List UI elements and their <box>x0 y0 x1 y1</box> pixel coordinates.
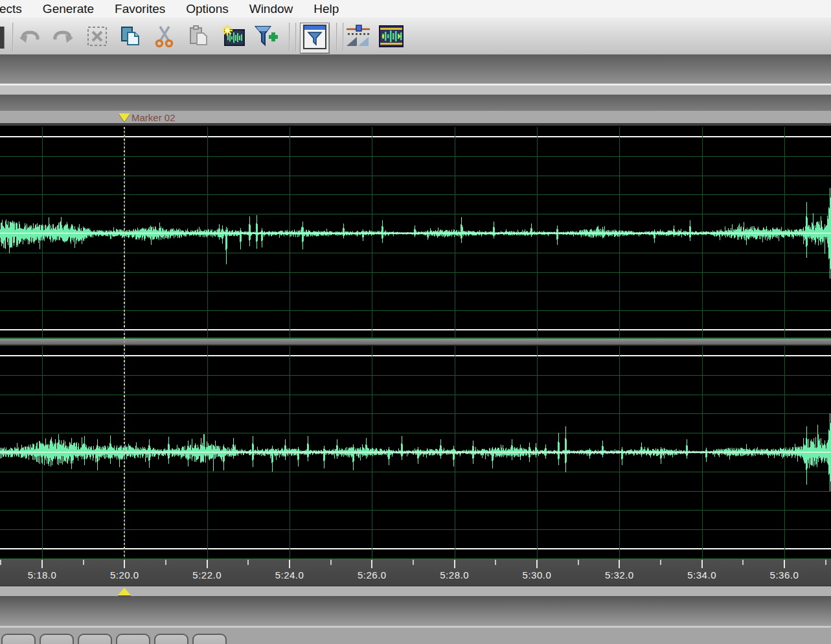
shortcut-button[interactable] <box>78 634 112 644</box>
toolbar <box>0 17 831 56</box>
ruler-minor-tick <box>578 560 579 565</box>
copy-button[interactable] <box>118 25 142 51</box>
marker-line <box>124 127 125 558</box>
ruler-major-tick <box>124 560 125 568</box>
waveform-display[interactable] <box>0 126 831 560</box>
ruler-minor-tick <box>165 560 166 565</box>
ruler-minor-tick <box>660 560 661 565</box>
status-band <box>0 596 831 626</box>
delete-selection-button[interactable] <box>85 25 109 51</box>
ruler-major-tick <box>371 560 372 568</box>
ruler-major-tick <box>536 560 538 568</box>
shortcut-button[interactable] <box>192 634 227 644</box>
generate-effect-icon <box>221 25 245 51</box>
paste-icon <box>187 25 210 51</box>
waveform-view-button[interactable] <box>379 25 404 51</box>
menu-item-effects[interactable]: ects <box>0 0 32 17</box>
timeline-ruler[interactable]: 5:18.05:20.05:22.05:24.05:26.05:28.05:30… <box>0 560 831 586</box>
ruler-time-label: 5:34.0 <box>676 569 728 581</box>
ruler-minor-tick <box>495 560 496 565</box>
menu-bar: ectsGenerateFavoritesOptionsWindowHelp <box>0 0 831 17</box>
toolbar-separator <box>295 23 297 51</box>
marker-label: Marker 02 <box>131 113 176 122</box>
ruler-major-tick <box>41 560 43 568</box>
shortcut-button[interactable] <box>116 634 150 644</box>
dock-band-light <box>0 86 831 95</box>
ruler-major-tick <box>454 560 455 568</box>
ruler-minor-tick <box>330 560 332 565</box>
redo-button[interactable] <box>51 25 75 51</box>
ruler-time-label: 5:26.0 <box>346 569 398 581</box>
dock-band-dark <box>0 95 831 111</box>
copy-icon <box>119 25 142 51</box>
menu-item-window[interactable]: Window <box>239 0 304 17</box>
marker-bar[interactable]: Marker 02 <box>0 111 831 123</box>
ruler-time-label: 5:36.0 <box>758 569 810 581</box>
marker-flag[interactable]: Marker 02 <box>119 113 176 122</box>
add-filter-icon <box>254 24 279 51</box>
effects-rack-icon <box>302 24 327 52</box>
ruler-minor-tick <box>742 560 744 565</box>
add-filter-button[interactable] <box>254 25 279 51</box>
ruler-minor-tick <box>0 560 1 565</box>
ruler-minor-tick <box>413 560 414 565</box>
toolbar-separator <box>336 23 337 51</box>
menu-item-favorites[interactable]: Favorites <box>104 0 176 17</box>
waveform-view-icon <box>378 25 404 51</box>
cue-bar[interactable] <box>0 586 831 596</box>
ruler-major-tick <box>784 560 785 568</box>
cut-button[interactable] <box>152 25 177 51</box>
toolbar-separator <box>289 23 290 51</box>
undo-icon <box>19 27 41 49</box>
ruler-time-label: 5:28.0 <box>429 569 481 581</box>
toolbar-separator <box>343 23 344 51</box>
envelope-tool-button[interactable] <box>346 25 370 51</box>
shortcut-button[interactable] <box>154 634 188 644</box>
ruler-time-label: 5:24.0 <box>264 569 315 581</box>
generate-effect-button[interactable] <box>221 25 245 51</box>
ruler-minor-tick <box>247 560 249 565</box>
ruler-minor-tick <box>825 560 826 565</box>
shortcut-bar <box>0 628 831 644</box>
ruler-minor-tick <box>83 560 84 565</box>
ruler-time-label: 5:22.0 <box>181 569 233 581</box>
ruler-major-tick <box>701 560 703 568</box>
ruler-major-tick <box>289 560 290 568</box>
ruler-time-label: 5:32.0 <box>593 569 645 581</box>
redo-icon <box>52 27 74 49</box>
clipped-toolbar-icon <box>0 27 5 49</box>
shortcut-button[interactable] <box>1 634 36 644</box>
ruler-major-tick <box>619 560 620 568</box>
toolbar-separator <box>12 23 14 51</box>
ruler-major-tick <box>207 560 208 568</box>
show-effects-rack-button[interactable] <box>300 23 330 54</box>
app-window: ectsGenerateFavoritesOptionsWindowHelp <box>0 0 831 644</box>
dock-band <box>0 54 831 84</box>
marker-triangle-icon <box>119 113 130 122</box>
envelope-tool-icon <box>345 24 371 51</box>
ruler-time-label: 5:20.0 <box>98 569 150 581</box>
paste-button[interactable] <box>186 25 211 51</box>
cut-icon <box>154 25 175 51</box>
ruler-time-label: 5:30.0 <box>511 569 563 581</box>
menu-item-help[interactable]: Help <box>303 0 349 17</box>
menu-item-options[interactable]: Options <box>176 0 238 17</box>
ruler-time-label: 5:18.0 <box>16 569 68 581</box>
undo-button[interactable] <box>17 25 42 51</box>
delete-selection-icon <box>86 25 108 50</box>
menu-item-generate[interactable]: Generate <box>32 0 104 17</box>
playhead-triangle-icon[interactable] <box>118 588 131 595</box>
shortcut-button[interactable] <box>40 634 74 644</box>
